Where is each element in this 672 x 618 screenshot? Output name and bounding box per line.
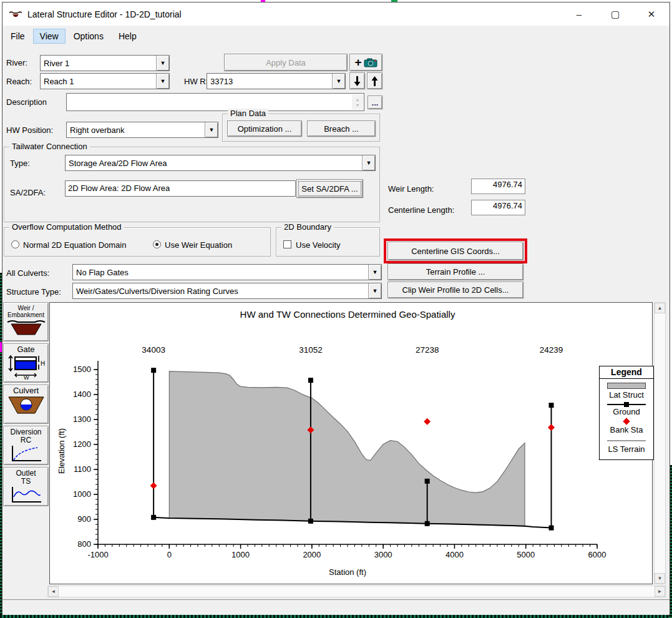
centerline-gis-coords-button[interactable]: Centerline GIS Coords... [387,242,523,260]
hw-position-label: HW Position: [6,125,53,135]
scroll-down-icon[interactable]: ▼ [655,573,665,584]
menu-file[interactable]: File [4,29,32,44]
scroll-up-icon[interactable]: ▲ [655,303,665,313]
use-velocity-checkbox[interactable] [283,240,291,248]
up-arrow-icon [371,76,378,86]
all-culverts-combobox[interactable]: No Flap Gates ▼ [72,264,382,280]
app-icon [9,9,22,19]
description-input[interactable]: ▲ ▼ [66,93,364,111]
outlet-ts-button[interactable]: Outlet TS [3,467,49,506]
clip-weir-profile-button[interactable]: Clip Weir Profile to 2D Cells... [387,282,523,298]
y-tick-label: 800 [77,539,91,549]
description-expand-button[interactable]: ... [368,96,382,109]
profile-plot-panel[interactable]: HW and TW Connections Determined Geo-Spa… [49,302,653,584]
river-station-label: 27238 [416,345,439,355]
lat-struct-swatch [607,383,646,389]
weir-embankment-button[interactable]: Weir / Embankment [3,302,49,341]
weir-embankment-label-1: Weir / [4,305,48,311]
menu-help[interactable]: Help [112,29,144,44]
outlet-ts-label-2: TS [4,478,48,486]
diversion-rc-button[interactable]: Diversion RC [3,426,49,465]
river-station-label: 34003 [142,345,165,355]
y-axis-label: Elevation (ft) [57,417,66,486]
dropdown-arrow-icon[interactable]: ▼ [362,155,375,170]
spinner-down-icon: ▼ [356,102,360,108]
down-arrow-icon [354,76,361,86]
legend-bank-sta: Bank Sta [600,425,653,434]
sa2dfa-label: SA/2DFA: [10,188,46,197]
apply-data-button[interactable]: Apply Data [224,54,348,71]
dropdown-arrow-icon[interactable]: ▼ [156,56,169,71]
x-tick-label: 6000 [588,550,606,559]
centerline-length-value: 4976.74 [471,200,525,215]
bank-sta-marker [424,418,431,425]
river-station-label: 31052 [299,345,323,355]
culvert-button[interactable]: Culvert [3,385,49,424]
ground-marker [151,515,156,520]
maximize-button[interactable]: ▢ [597,2,633,26]
description-spinner[interactable]: ▲ ▼ [352,94,363,110]
dropdown-arrow-icon[interactable]: ▼ [156,74,169,89]
dropdown-arrow-icon[interactable]: ▼ [368,265,381,280]
menu-view[interactable]: View [33,29,66,44]
close-button[interactable]: ✕ [633,2,670,26]
sa2dfa-value: 2D Flow Area: 2D Flow Area [68,184,170,193]
plus-icon: + [354,56,361,69]
tailwater-title: Tailwater Connection [9,142,90,151]
hw-rs-combobox[interactable]: 33713 ▼ [207,73,346,89]
chart-vertical-scrollbar[interactable]: ▲ ▼ [654,302,666,584]
menu-options[interactable]: Options [67,29,110,44]
set-sa2dfa-button[interactable]: Set SA/2DFA ... [296,179,363,198]
all-culverts-value: No Flap Gates [73,268,368,277]
structure-type-label: Structure Type: [6,287,61,297]
dropdown-arrow-icon[interactable]: ▼ [205,122,218,137]
description-label: Description [6,97,47,107]
gate-label: Gate [4,346,48,353]
window-title: Lateral Structure Editor - 1D-2D_tutoria… [27,9,182,19]
ls-terrain-swatch [607,440,646,441]
structure-type-combobox[interactable]: Weir/Gates/Culverts/Diversion Rating Cur… [72,283,382,299]
chart-legend: Legend Lat Struct Ground Bank Sta LS Ter… [599,366,654,460]
previous-rs-button[interactable] [349,72,365,89]
gate-button[interactable]: Gate H W [3,343,49,383]
ground-marker [425,521,430,526]
title-bar[interactable]: Lateral Structure Editor - 1D-2D_tutoria… [2,2,670,26]
scroll-left-icon[interactable]: ◄ [48,586,59,597]
reach-combobox[interactable]: Reach 1 ▼ [40,73,170,89]
centerline-length-label: Centerline Length: [388,205,454,215]
diversion-rc-label-2: RC [4,436,48,444]
normal-2d-equation-radio[interactable] [11,240,19,248]
hw-rs-value: 33713 [207,77,332,86]
svg-text:H: H [41,360,45,367]
dropdown-arrow-icon[interactable]: ▼ [332,74,345,89]
minimize-button[interactable]: – [561,2,597,26]
dropdown-arrow-icon[interactable]: ▼ [368,283,381,298]
type-label: Type: [10,159,30,168]
y-tick-label: 900 [77,514,91,524]
use-weir-equation-radio[interactable] [153,240,161,248]
x-tick-label: 3000 [374,550,392,559]
lat-struct-area [169,371,525,526]
hw-position-combobox[interactable]: Right overbank ▼ [66,122,218,138]
add-snapshot-button[interactable]: + [349,54,382,71]
next-rs-button[interactable] [367,72,382,89]
structure-type-value: Weir/Gates/Culverts/Diversion Rating Cur… [73,287,368,296]
legend-lat-struct: Lat Struct [600,390,653,400]
tailwater-type-combobox[interactable]: Storage Area/2D Flow Area ▼ [65,155,376,171]
legend-ls-terrain: LS Terrain [600,444,653,454]
y-tick-label: 1400 [73,390,91,399]
terrain-profile-button[interactable]: Terrain Profile ... [387,263,523,280]
optimization-button[interactable]: Optimization ... [227,120,302,137]
breach-button[interactable]: Breach ... [307,120,376,137]
y-tick-label: 1300 [73,414,91,424]
culvert-icon [6,395,46,417]
x-tick-label: 2000 [303,550,321,559]
weir-length-label: Weir Length: [388,184,434,194]
scroll-right-icon[interactable]: ► [655,586,665,597]
menu-bar: File View Options Help [2,26,670,46]
chart-horizontal-scrollbar[interactable]: ◄ ► [47,586,666,597]
ground-marker [549,526,554,531]
gate-icon: H W [6,353,46,380]
legend-title: Legend [600,366,653,379]
river-combobox[interactable]: River 1 ▼ [40,55,170,71]
